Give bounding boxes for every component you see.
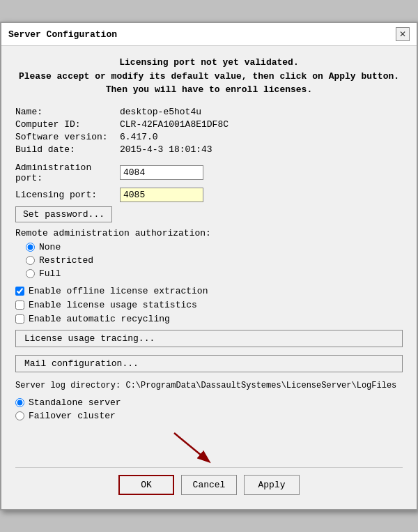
radio-full[interactable]: Full (26, 268, 403, 279)
computer-id-row: Computer ID: CLR-42FA1001A8E1DF8C (15, 119, 403, 130)
offline-license-item[interactable]: Enable offline license extraction (15, 286, 403, 296)
mail-configuration-button[interactable]: Mail configuration... (15, 355, 403, 372)
name-label: Name: (15, 107, 120, 117)
offline-license-label: Enable offline license extraction (29, 286, 208, 296)
admin-port-row: Administration port: (15, 162, 403, 183)
radio-none[interactable]: None (26, 242, 403, 252)
build-date-row: Build date: 2015-4-3 18:01:43 (15, 144, 403, 155)
warning-line3: Then you will have to enroll licenses. (15, 83, 403, 97)
build-date-value: 2015-4-3 18:01:43 (120, 144, 212, 155)
license-usage-checkbox[interactable] (15, 301, 24, 310)
build-date-label: Build date: (15, 144, 120, 155)
licensing-port-row: Licensing port: (15, 188, 403, 202)
licensing-port-input[interactable] (120, 188, 203, 202)
svg-line-1 (174, 433, 206, 459)
dialog-button-row: OK Cancel Apply (15, 467, 403, 499)
warning-line1: Licensing port not yet validated. (15, 56, 403, 70)
warning-line2: Please accept or modify its default valu… (15, 70, 403, 84)
arrow-annotation (167, 430, 251, 464)
name-row: Name: desktop-e5hot4u (15, 107, 403, 117)
computer-id-value: CLR-42FA1001A8E1DF8C (120, 119, 229, 130)
radio-standalone-label: Standalone server (29, 397, 121, 408)
admin-port-label: Administration port: (15, 162, 120, 183)
server-type-group: Standalone server Failover cluster (15, 397, 403, 421)
admin-port-input[interactable] (120, 165, 203, 180)
title-bar: Server Configuration ✕ (1, 23, 417, 46)
radio-standalone[interactable]: Standalone server (15, 397, 403, 408)
dialog-content: Licensing port not yet validated. Please… (1, 46, 417, 509)
name-value: desktop-e5hot4u (120, 107, 201, 117)
server-log-directory: Server log directory: C:\ProgramData\Das… (15, 381, 403, 390)
cancel-button[interactable]: Cancel (181, 475, 237, 495)
ok-button[interactable]: OK (118, 475, 174, 495)
radio-restricted-label: Restricted (39, 255, 93, 266)
warning-message: Licensing port not yet validated. Please… (15, 56, 403, 97)
radio-failover-label: Failover cluster (29, 411, 116, 421)
server-configuration-window: Server Configuration ✕ Licensing port no… (0, 22, 418, 510)
automatic-recycling-label: Enable automatic recycling (29, 314, 170, 324)
automatic-recycling-checkbox[interactable] (15, 314, 24, 324)
close-button[interactable]: ✕ (396, 27, 410, 41)
remote-admin-group: None Restricted Full (26, 242, 403, 279)
window-title: Server Configuration (8, 29, 117, 40)
checkbox-group: Enable offline license extraction Enable… (15, 286, 403, 324)
offline-license-checkbox[interactable] (15, 287, 24, 296)
remote-admin-label: Remote administration authorization: (15, 228, 403, 238)
radio-full-label: Full (39, 268, 61, 279)
automatic-recycling-item[interactable]: Enable automatic recycling (15, 314, 403, 324)
action-buttons: License usage tracing... Mail configurat… (15, 330, 403, 377)
license-usage-label: Enable license usage statistics (29, 300, 197, 310)
software-version-label: Software version: (15, 132, 120, 142)
radio-none-label: None (39, 242, 61, 252)
set-password-button[interactable]: Set password... (15, 206, 112, 222)
apply-button[interactable]: Apply (244, 475, 300, 495)
software-version-row: Software version: 6.417.0 (15, 132, 403, 142)
license-usage-tracing-button[interactable]: License usage tracing... (15, 330, 403, 347)
radio-restricted[interactable]: Restricted (26, 255, 403, 266)
radio-failover[interactable]: Failover cluster (15, 411, 403, 421)
software-version-value: 6.417.0 (120, 132, 158, 142)
computer-id-label: Computer ID: (15, 119, 120, 130)
license-usage-item[interactable]: Enable license usage statistics (15, 300, 403, 310)
licensing-port-label: Licensing port: (15, 190, 120, 200)
